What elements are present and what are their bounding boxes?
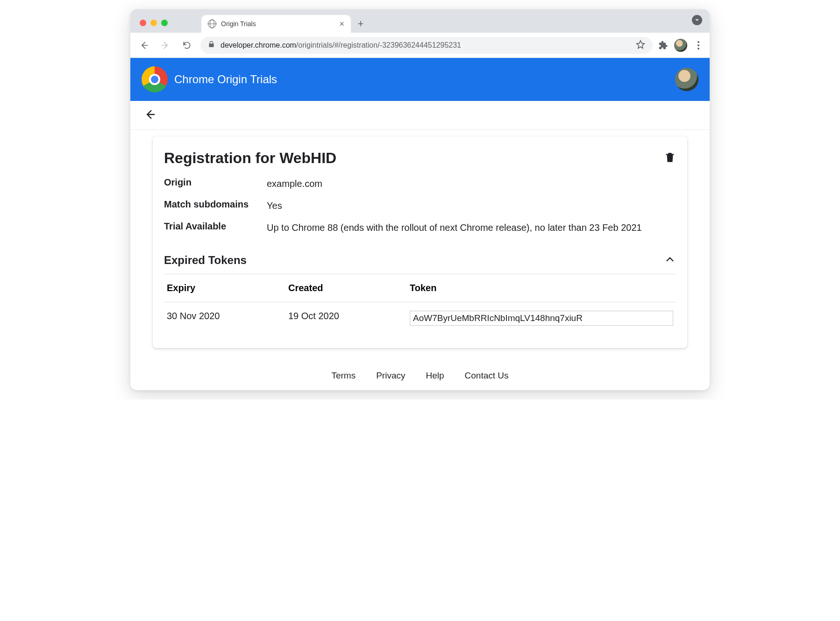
tokens-table: Expiry Created Token 30 Nov 2020 19 Oct … xyxy=(164,274,676,334)
app-header: Chrome Origin Trials xyxy=(130,58,710,101)
forward-button xyxy=(157,37,173,53)
registration-info: Origin example.com Match subdomains Yes … xyxy=(164,177,676,235)
maximize-window-button[interactable] xyxy=(161,20,168,26)
back-navigation-row xyxy=(130,101,710,130)
browser-toolbar: developer.chrome.com/origintrials/#/regi… xyxy=(130,33,710,58)
browser-tab[interactable]: Origin Trials × xyxy=(201,15,351,33)
address-bar[interactable]: developer.chrome.com/origintrials/#/regi… xyxy=(200,37,653,54)
column-token: Token xyxy=(410,283,673,293)
new-tab-button[interactable]: + xyxy=(354,17,368,31)
footer-link-terms[interactable]: Terms xyxy=(331,371,356,381)
table-header-row: Expiry Created Token xyxy=(164,274,676,302)
expired-tokens-header[interactable]: Expired Tokens xyxy=(164,253,676,274)
match-subdomains-value: Yes xyxy=(267,199,676,213)
back-button[interactable] xyxy=(136,37,152,53)
footer-link-contact[interactable]: Contact Us xyxy=(465,371,509,381)
expired-tokens-heading: Expired Tokens xyxy=(164,254,247,267)
table-row: 30 Nov 2020 19 Oct 2020 xyxy=(164,302,676,334)
page-footer: Terms Privacy Help Contact Us xyxy=(130,357,710,390)
minimize-window-button[interactable] xyxy=(150,20,157,26)
cell-token xyxy=(410,311,673,326)
card-header: Registration for WebHID xyxy=(164,150,676,167)
footer-link-privacy[interactable]: Privacy xyxy=(376,371,405,381)
profile-avatar[interactable] xyxy=(674,39,687,52)
tab-title: Origin Trials xyxy=(221,20,256,28)
column-created: Created xyxy=(288,283,410,293)
tab-strip: Origin Trials × + xyxy=(130,9,710,33)
window-controls xyxy=(136,20,173,33)
column-expiry: Expiry xyxy=(167,283,288,293)
browser-menu-button[interactable] xyxy=(693,41,704,50)
browser-window: Origin Trials × + developer.chrome.com/o… xyxy=(130,9,710,390)
cell-expiry: 30 Nov 2020 xyxy=(167,311,288,326)
chrome-logo-icon xyxy=(142,66,168,93)
bookmark-button[interactable] xyxy=(636,40,645,51)
cell-created: 19 Oct 2020 xyxy=(288,311,410,326)
globe-icon xyxy=(208,20,216,28)
footer-link-help[interactable]: Help xyxy=(426,371,444,381)
user-avatar[interactable] xyxy=(675,68,698,91)
extensions-button[interactable] xyxy=(658,40,669,50)
trial-available-value: Up to Chrome 88 (ends with the rollout o… xyxy=(267,221,676,235)
chevron-down-icon xyxy=(694,17,700,23)
match-subdomains-label: Match subdomains xyxy=(164,199,267,213)
page-title: Registration for WebHID xyxy=(164,150,336,167)
collapse-button[interactable] xyxy=(664,253,676,267)
reload-button[interactable] xyxy=(179,37,195,53)
lock-icon xyxy=(208,40,215,50)
delete-button[interactable] xyxy=(664,151,676,165)
main-content: Registration for WebHID Origin example.c… xyxy=(130,130,710,357)
page-back-button[interactable] xyxy=(143,108,157,123)
tab-close-button[interactable]: × xyxy=(339,19,344,29)
app-title: Chrome Origin Trials xyxy=(174,73,277,86)
token-input[interactable] xyxy=(410,311,673,326)
url-text: developer.chrome.com/origintrials/#/regi… xyxy=(221,41,630,50)
tab-menu-button[interactable] xyxy=(692,15,702,25)
chevron-up-icon xyxy=(664,253,676,265)
origin-label: Origin xyxy=(164,177,267,191)
close-window-button[interactable] xyxy=(140,20,146,26)
origin-value: example.com xyxy=(267,177,676,191)
trial-available-label: Trial Available xyxy=(164,221,267,235)
registration-card: Registration for WebHID Origin example.c… xyxy=(153,136,687,348)
trash-icon xyxy=(664,151,676,164)
